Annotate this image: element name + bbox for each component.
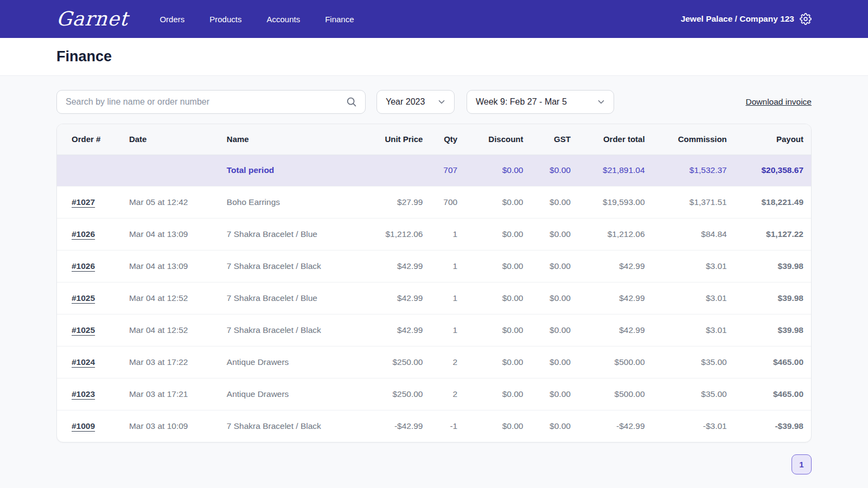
commission-cell: $35.00 (646, 378, 728, 410)
gst-cell: $0.00 (525, 378, 572, 410)
discount-cell: $0.00 (458, 346, 524, 378)
discount-cell: $0.00 (458, 250, 524, 282)
pagination: 1 (56, 454, 812, 474)
column-header: Order # (57, 124, 114, 155)
commission-cell: $3.01 (646, 314, 728, 346)
commission-cell: $3.01 (646, 250, 728, 282)
page-button-1[interactable]: 1 (792, 454, 812, 474)
table-row: #1027 Mar 05 at 12:42 Boho Earrings $27.… (57, 186, 811, 218)
total-row: Total period 707 $0.00 $0.00 $21,891.04 … (57, 155, 811, 186)
unit-price-cell: $27.99 (352, 186, 424, 218)
payout-cell: $39.98 (728, 250, 811, 282)
title-band: Finance (0, 38, 868, 76)
order-total-cell: $500.00 (572, 346, 646, 378)
total-row-spacer (114, 155, 212, 186)
search-input[interactable] (66, 97, 346, 107)
qty-cell: 1 (424, 250, 458, 282)
column-header: Commission (646, 124, 728, 155)
commission-cell: $3.01 (646, 282, 728, 314)
nav-item-orders[interactable]: Orders (159, 15, 184, 24)
column-header: Unit Price (352, 124, 424, 155)
commission-cell: $35.00 (646, 346, 728, 378)
order-date: Mar 03 at 10:09 (114, 410, 212, 442)
table-row: #1026 Mar 04 at 13:09 7 Shakra Bracelet … (57, 218, 811, 250)
total-period-label: Total period (212, 155, 352, 186)
chevron-down-icon (437, 97, 446, 107)
payout-cell: $465.00 (728, 378, 811, 410)
gear-icon[interactable] (800, 13, 812, 25)
total-qty: 707 (424, 155, 458, 186)
qty-cell: -1 (424, 410, 458, 442)
column-header: Payout (728, 124, 811, 155)
order-number-link[interactable]: #1009 (72, 421, 95, 431)
unit-price-cell: $250.00 (352, 378, 424, 410)
order-number-link[interactable]: #1027 (72, 197, 95, 207)
order-number-link[interactable]: #1026 (72, 229, 95, 239)
line-name: Boho Earrings (212, 186, 352, 218)
order-number-link[interactable]: #1026 (72, 261, 95, 271)
payout-cell: $39.98 (728, 314, 811, 346)
order-total-cell: $1,212.06 (572, 218, 646, 250)
commission-cell: $84.84 (646, 218, 728, 250)
table-row: #1024 Mar 03 at 17:22 Antique Drawers $2… (57, 346, 811, 378)
line-name: Antique Drawers (212, 378, 352, 410)
gst-cell: $0.00 (525, 314, 572, 346)
page-content: Year 2023 Week 9: Feb 27 - Mar 5 Downloa… (0, 90, 868, 474)
table-body: Total period 707 $0.00 $0.00 $21,891.04 … (57, 155, 811, 442)
total-gst: $0.00 (525, 155, 572, 186)
qty-cell: 1 (424, 314, 458, 346)
nav-item-finance[interactable]: Finance (325, 15, 354, 24)
year-select[interactable]: Year 2023 (376, 90, 455, 114)
total-unit-price (352, 155, 424, 186)
qty-cell: 1 (424, 218, 458, 250)
order-date: Mar 03 at 17:22 (114, 346, 212, 378)
unit-price-cell: $1,212.06 (352, 218, 424, 250)
order-date: Mar 03 at 17:21 (114, 378, 212, 410)
order-number-link[interactable]: #1024 (72, 357, 95, 367)
line-name: 7 Shakra Bracelet / Black (212, 410, 352, 442)
order-date: Mar 04 at 13:09 (114, 218, 212, 250)
gst-cell: $0.00 (525, 218, 572, 250)
column-header: GST (525, 124, 572, 155)
order-date: Mar 04 at 12:52 (114, 314, 212, 346)
order-date: Mar 05 at 12:42 (114, 186, 212, 218)
line-name: 7 Shakra Bracelet / Black (212, 314, 352, 346)
order-total-cell: $19,593.00 (572, 186, 646, 218)
search-box (56, 90, 366, 114)
order-date: Mar 04 at 13:09 (114, 250, 212, 282)
unit-price-cell: $42.99 (352, 282, 424, 314)
nav-item-accounts[interactable]: Accounts (266, 15, 300, 24)
brand-logo[interactable]: Garnet (56, 9, 129, 29)
account-switcher[interactable]: Jewel Palace / Company 123 (681, 13, 812, 25)
year-select-value: Year 2023 (386, 97, 425, 107)
discount-cell: $0.00 (458, 282, 524, 314)
nav-item-products[interactable]: Products (209, 15, 241, 24)
payout-cell: $465.00 (728, 346, 811, 378)
gst-cell: $0.00 (525, 250, 572, 282)
order-number-link[interactable]: #1023 (72, 389, 95, 399)
discount-cell: $0.00 (458, 314, 524, 346)
download-invoice-link[interactable]: Download invoice (746, 97, 812, 107)
table-row: #1023 Mar 03 at 17:21 Antique Drawers $2… (57, 378, 811, 410)
column-header: Name (212, 124, 352, 155)
unit-price-cell: -$42.99 (352, 410, 424, 442)
week-select[interactable]: Week 9: Feb 27 - Mar 5 (467, 90, 614, 114)
gst-cell: $0.00 (525, 346, 572, 378)
search-icon[interactable] (346, 96, 358, 108)
commission-cell: -$3.01 (646, 410, 728, 442)
gst-cell: $0.00 (525, 186, 572, 218)
discount-cell: $0.00 (458, 218, 524, 250)
order-date: Mar 04 at 12:52 (114, 282, 212, 314)
line-name: 7 Shakra Bracelet / Blue (212, 282, 352, 314)
finance-table: Order #DateNameUnit PriceQtyDiscountGSTO… (57, 124, 811, 442)
order-number-link[interactable]: #1025 (72, 325, 95, 335)
order-number-link[interactable]: #1025 (72, 293, 95, 303)
discount-cell: $0.00 (458, 378, 524, 410)
total-order-total: $21,891.04 (572, 155, 646, 186)
table-row: #1009 Mar 03 at 10:09 7 Shakra Bracelet … (57, 410, 811, 442)
line-name: Antique Drawers (212, 346, 352, 378)
payout-cell: $18,221.49 (728, 186, 811, 218)
payout-cell: $39.98 (728, 282, 811, 314)
order-total-cell: $42.99 (572, 282, 646, 314)
column-header: Order total (572, 124, 646, 155)
